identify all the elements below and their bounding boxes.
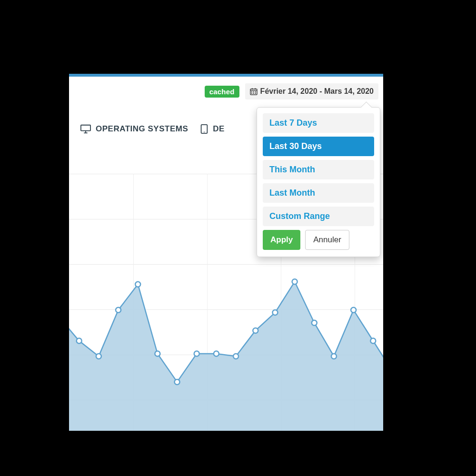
date-range-popover: Last 7 DaysLast 30 DaysThis MonthLast Mo… xyxy=(257,107,380,257)
svg-point-25 xyxy=(253,328,258,333)
monitor-icon xyxy=(80,124,91,134)
range-option[interactable]: Last 7 Days xyxy=(263,113,374,133)
svg-point-29 xyxy=(331,354,337,359)
svg-point-16 xyxy=(77,338,82,344)
tab-operating-systems[interactable]: OPERATING SYSTEMS xyxy=(80,124,188,134)
range-option[interactable]: Last 30 Days xyxy=(263,137,374,156)
svg-point-26 xyxy=(272,310,278,315)
dashboard-panel: cached Février 14, 2020 - Mars 14, 2020 xyxy=(69,74,383,431)
svg-point-22 xyxy=(194,351,199,357)
range-option[interactable]: Last Month xyxy=(263,183,374,203)
svg-point-28 xyxy=(312,320,317,326)
svg-rect-4 xyxy=(251,91,252,92)
cancel-button[interactable]: Annuler xyxy=(305,230,349,250)
svg-rect-3 xyxy=(255,88,256,89)
svg-point-17 xyxy=(96,354,101,359)
tablet-icon xyxy=(200,124,208,134)
calendar-icon xyxy=(250,88,258,95)
svg-point-19 xyxy=(135,282,140,287)
svg-point-18 xyxy=(116,307,121,313)
svg-point-23 xyxy=(214,351,219,357)
range-option[interactable]: This Month xyxy=(263,160,374,179)
toolbar: cached Février 14, 2020 - Mars 14, 2020 xyxy=(69,77,383,99)
apply-button[interactable]: Apply xyxy=(263,230,300,250)
tab-devices[interactable]: DE xyxy=(200,124,224,134)
svg-rect-7 xyxy=(251,93,252,94)
svg-rect-10 xyxy=(81,125,90,131)
date-range-picker[interactable]: Février 14, 2020 - Mars 14, 2020 xyxy=(245,83,378,99)
tab-label: DE xyxy=(213,124,224,134)
date-range-text: Février 14, 2020 - Mars 14, 2020 xyxy=(260,87,374,96)
svg-point-31 xyxy=(370,338,376,344)
cached-badge: cached xyxy=(205,86,239,98)
svg-point-14 xyxy=(204,131,205,132)
popover-buttons: Apply Annuler xyxy=(263,230,374,250)
svg-point-20 xyxy=(155,351,160,357)
svg-point-27 xyxy=(292,279,298,284)
svg-point-24 xyxy=(233,354,238,359)
svg-rect-9 xyxy=(255,93,256,94)
svg-rect-6 xyxy=(255,91,256,92)
tab-label: OPERATING SYSTEMS xyxy=(96,124,188,134)
svg-rect-5 xyxy=(253,91,254,92)
svg-point-21 xyxy=(175,379,180,385)
svg-rect-2 xyxy=(252,88,253,89)
range-option[interactable]: Custom Range xyxy=(263,207,374,226)
svg-rect-8 xyxy=(253,93,254,94)
svg-point-30 xyxy=(351,307,356,313)
